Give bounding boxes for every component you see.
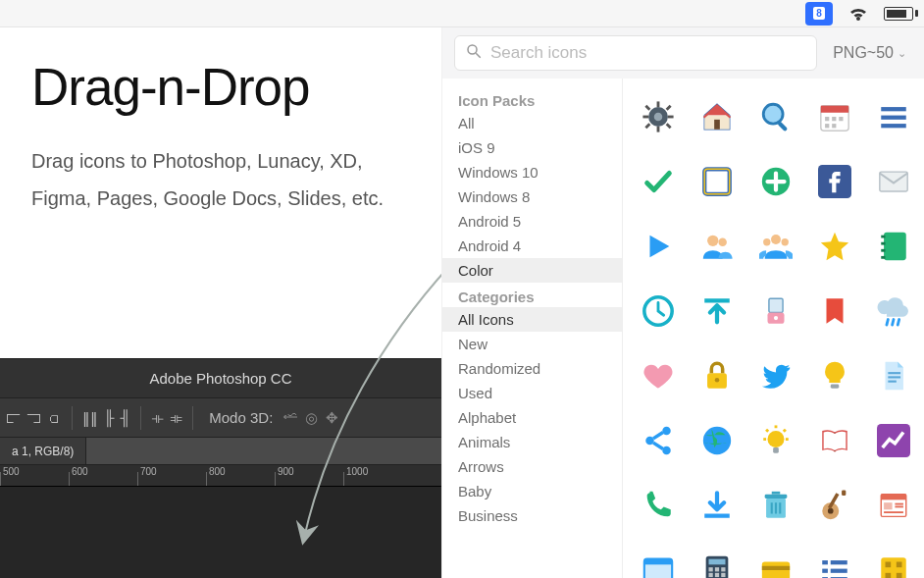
phone-icon[interactable]: [629, 473, 688, 538]
bookmark-icon[interactable]: [805, 279, 864, 343]
sidebar-item-category[interactable]: Randomized: [442, 356, 622, 381]
svg-point-0: [468, 45, 477, 54]
plus-circle-icon[interactable]: [746, 149, 805, 214]
distribute-icon[interactable]: ╟: [104, 409, 115, 426]
format-label: PNG~50: [833, 44, 894, 62]
calc2-icon[interactable]: [864, 538, 923, 578]
align-icon[interactable]: ⫍: [6, 409, 21, 426]
book-icon[interactable]: [805, 408, 864, 473]
photoshop-title: Adobe Photoshop CC: [0, 359, 441, 398]
search-box[interactable]: [454, 35, 817, 71]
clock-icon[interactable]: [629, 279, 688, 343]
bulb-icon[interactable]: [805, 343, 864, 408]
blender-icon[interactable]: [746, 279, 805, 343]
photoshop-toolbar: ⫍ ⫎ ⫏ ‖‖ ╟ ╢ ⟛ ⟚ Modo 3D: ⭁ ◎ ✥: [0, 398, 441, 438]
orbit-icon[interactable]: ◎: [305, 409, 318, 427]
sidebar-item-category[interactable]: Animals: [442, 430, 622, 454]
list-icon[interactable]: [805, 538, 864, 578]
photoshop-tab-bar: a 1, RGB/8): [0, 438, 441, 465]
home-icon[interactable]: [688, 84, 746, 149]
notebook-icon[interactable]: [864, 214, 923, 279]
photoshop-tab[interactable]: a 1, RGB/8): [0, 438, 86, 464]
promo-body: Drag icons to Photoshop, Lunacy, XD, Fig…: [31, 142, 410, 217]
sidebar-item-category[interactable]: Used: [442, 381, 622, 405]
align-icon[interactable]: ⫏: [47, 409, 62, 426]
trash-icon[interactable]: [746, 473, 805, 538]
share-icon[interactable]: [629, 408, 688, 473]
sidebar-item-category[interactable]: Arrows: [442, 454, 622, 479]
window-icon[interactable]: [629, 538, 688, 578]
menubar-app-badge-icon[interactable]: 8: [805, 2, 833, 26]
globe-icon[interactable]: [688, 408, 746, 473]
sidebar: Icon Packs AlliOS 9Windows 10Windows 8An…: [442, 79, 623, 578]
photoshop-ruler: [0, 465, 441, 487]
users-two-icon[interactable]: [688, 214, 746, 279]
sidebar-item-pack[interactable]: All: [442, 111, 622, 135]
wifi-icon[interactable]: [847, 5, 870, 23]
search-input[interactable]: [490, 36, 806, 70]
icon-grid: [623, 79, 924, 578]
magnifier-icon[interactable]: [746, 84, 805, 149]
distribute-icon[interactable]: ⟚: [170, 409, 182, 427]
check-icon[interactable]: [629, 149, 688, 214]
news-icon[interactable]: [864, 473, 923, 538]
promo-title: Drag-n-Drop: [31, 57, 410, 117]
photoshop-canvas[interactable]: [0, 487, 441, 578]
upload-icon[interactable]: [688, 279, 746, 343]
frame-icon[interactable]: [688, 149, 746, 214]
app-toolbar: PNG~50 ⌄: [442, 27, 924, 79]
badge-count: 8: [813, 7, 825, 20]
format-dropdown[interactable]: PNG~50 ⌄: [827, 44, 912, 62]
mail-icon[interactable]: [864, 149, 923, 214]
sidebar-header-categories: Categories: [442, 283, 622, 307]
facebook-icon[interactable]: [805, 149, 864, 214]
orbit-icon[interactable]: ⭁: [282, 409, 297, 426]
heart-icon[interactable]: [629, 343, 688, 408]
lock-icon[interactable]: [688, 343, 746, 408]
distribute-icon[interactable]: ╢: [121, 409, 131, 426]
mac-menubar: 8: [0, 0, 924, 27]
calc-icon[interactable]: [688, 538, 746, 578]
icon-app-panel: PNG~50 ⌄ Icon Packs AlliOS 9Windows 10Wi…: [441, 27, 924, 578]
sidebar-item-category[interactable]: Alphabet: [442, 405, 622, 430]
gear-icon[interactable]: [629, 84, 688, 149]
rain-icon[interactable]: [864, 279, 923, 343]
sidebar-item-pack[interactable]: Windows 10: [442, 160, 622, 184]
svg-line-1: [476, 53, 481, 58]
sidebar-item-category[interactable]: All Icons: [442, 307, 622, 332]
twitter-icon[interactable]: [746, 343, 805, 408]
play-icon[interactable]: [629, 214, 688, 279]
sidebar-item-category[interactable]: Baby: [442, 479, 622, 503]
promo-panel: Drag-n-Drop Drag icons to Photoshop, Lun…: [0, 27, 441, 217]
document-icon[interactable]: [864, 343, 923, 408]
distribute-icon[interactable]: ‖‖: [82, 409, 98, 427]
distribute-icon[interactable]: ⟛: [151, 409, 164, 427]
battery-icon[interactable]: [884, 7, 918, 21]
sidebar-item-pack[interactable]: Windows 8: [442, 184, 622, 209]
sidebar-item-pack[interactable]: iOS 9: [442, 135, 622, 160]
download-icon[interactable]: [688, 473, 746, 538]
card-icon[interactable]: [746, 538, 805, 578]
sidebar-header-packs: Icon Packs: [442, 86, 622, 111]
move3d-icon[interactable]: ✥: [326, 409, 338, 427]
sidebar-item-pack[interactable]: Android 4: [442, 234, 622, 258]
photoshop-window: Adobe Photoshop CC ⫍ ⫎ ⫏ ‖‖ ╟ ╢ ⟛ ⟚ Modo…: [0, 358, 441, 578]
menu-icon[interactable]: [864, 84, 923, 149]
chevron-down-icon: ⌄: [898, 47, 906, 60]
star-icon[interactable]: [805, 214, 864, 279]
align-icon[interactable]: ⫎: [26, 409, 41, 426]
calendar-icon[interactable]: [805, 84, 864, 149]
sidebar-item-category[interactable]: Business: [442, 503, 622, 528]
sidebar-item-pack[interactable]: Android 5: [442, 209, 622, 234]
idea-icon[interactable]: [746, 408, 805, 473]
sidebar-item-pack[interactable]: Color: [442, 258, 622, 283]
users-three-icon[interactable]: [746, 214, 805, 279]
guitar-icon[interactable]: [805, 473, 864, 538]
chart-up-icon[interactable]: [864, 408, 923, 473]
sidebar-item-category[interactable]: New: [442, 332, 622, 356]
mode3d-label: Modo 3D:: [209, 409, 273, 426]
search-icon: [465, 42, 483, 64]
